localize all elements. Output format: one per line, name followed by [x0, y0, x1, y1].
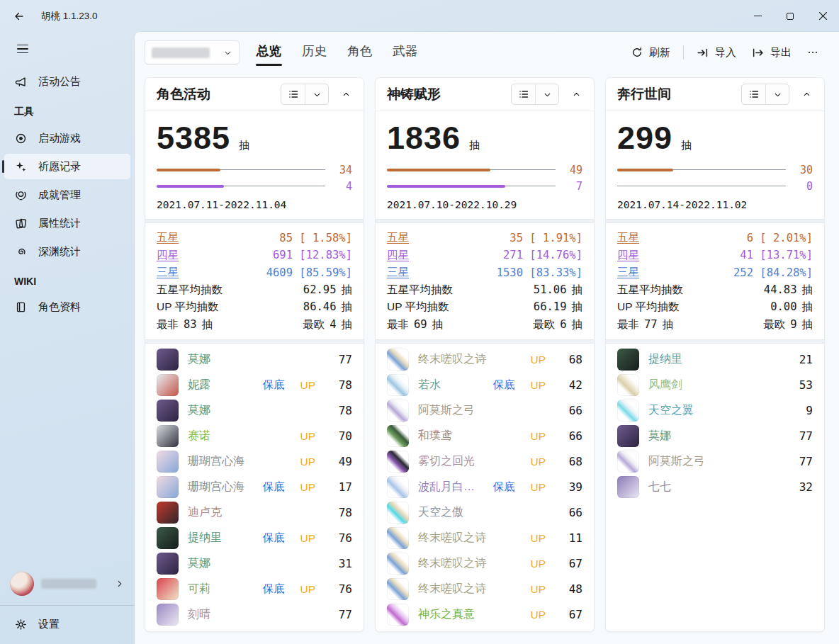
star-filter-link[interactable]: 五星 — [617, 230, 639, 245]
sidebar-item-abyss-stats[interactable]: 深渊统计 — [4, 239, 130, 264]
collapse-card-button[interactable] — [335, 84, 356, 105]
up-badge: UP — [530, 532, 546, 545]
total-pull-count: 1836 — [387, 120, 461, 156]
star-filter-link[interactable]: 三星 — [617, 265, 639, 280]
pull-unit-label: 抽 — [239, 139, 249, 152]
sidebar-section-header: 工具 — [0, 96, 135, 124]
pull-item-name: 可莉 — [188, 582, 247, 597]
star-stat-row: 三星1530 [83.33%] — [387, 264, 582, 282]
pull-count: 53 — [792, 378, 813, 392]
character-avatar — [617, 476, 639, 498]
pull-unit-label: 抽 — [802, 283, 813, 298]
pull-list-item: 终末嗟叹之诗UP68 — [387, 347, 582, 373]
sidebar-item-settings[interactable]: 设置 — [4, 609, 130, 640]
sidebar: 活动公告工具启动游戏祈愿记录成就管理属性统计深渊统计WIKI角色资料 设置 — [0, 32, 135, 644]
more-button[interactable] — [799, 40, 826, 64]
star-stat-row: 四星41 [13.71%] — [617, 247, 813, 264]
four-star-pity-bar: 4 — [157, 181, 352, 192]
user-account-row[interactable] — [4, 565, 130, 602]
pity-bar-fill — [617, 169, 673, 171]
average-value: 62.95抽 — [303, 283, 352, 298]
import-button[interactable]: 导入 — [689, 40, 744, 64]
back-button[interactable] — [7, 6, 31, 27]
pity-bar-track — [617, 169, 786, 170]
tab-characters[interactable]: 角色 — [347, 40, 373, 66]
weapon-icon — [387, 476, 409, 498]
sidebar-item-achievement[interactable]: 成就管理 — [4, 182, 130, 208]
pull-item-name: 莫娜 — [648, 429, 776, 444]
tab-history[interactable]: 历史 — [301, 40, 327, 66]
card-title: 角色活动 — [157, 85, 210, 103]
star-count-value: 35 [ 1.91%] — [509, 232, 582, 244]
pull-count: 11 — [561, 531, 582, 545]
refresh-button[interactable]: 刷新 — [624, 40, 678, 64]
weapon-icon — [387, 604, 409, 626]
tab-weapons[interactable]: 武器 — [392, 40, 418, 66]
nav-menu-button[interactable] — [10, 38, 35, 60]
sidebar-item-attribute-stats[interactable]: 属性统计 — [4, 210, 130, 236]
average-stat-row: 五星平均抽数62.95抽 — [157, 281, 352, 299]
sidebar-divider — [0, 605, 135, 606]
list-view-button[interactable] — [742, 84, 765, 104]
pull-count: 68 — [561, 455, 582, 468]
star-filter-link[interactable]: 四星 — [617, 248, 639, 263]
sidebar-item-wish-record[interactable]: 祈愿记录 — [4, 154, 130, 179]
sidebar-item-label: 活动公告 — [38, 75, 81, 89]
pull-list-item: 神乐之真意UP67 — [387, 602, 582, 628]
pull-list-item: 波乱月白经津保底UP39 — [387, 475, 582, 500]
close-button[interactable] — [806, 0, 839, 32]
date-range: 2021.07.14-2022.11.02 — [617, 199, 813, 210]
toolbar: 总览 历史 角色 武器 刷新 — [135, 32, 839, 69]
view-mode-dropdown-button[interactable] — [535, 84, 558, 104]
worst-pull-stat: 最非77抽 — [617, 317, 673, 332]
worst-pull-stat: 最非83抽 — [157, 317, 213, 332]
card-title: 奔行世间 — [617, 85, 671, 103]
list-view-button[interactable] — [281, 84, 305, 104]
up-badge: UP — [530, 558, 546, 570]
pull-item-name: 波乱月白经津 — [418, 480, 477, 495]
star-filter-link[interactable]: 五星 — [157, 230, 179, 245]
collapse-card-button[interactable] — [565, 84, 587, 105]
sidebar-item-announcement[interactable]: 活动公告 — [4, 69, 130, 94]
sidebar-item-character-wiki[interactable]: 角色资料 — [4, 294, 130, 320]
pull-count: 76 — [331, 582, 352, 596]
app-window: 胡桃 1.1.23.0 活动公告工具启动游戏祈愿记录成就管理属性统计深渊统计WI… — [0, 0, 839, 644]
view-mode-dropdown-button[interactable] — [765, 84, 789, 104]
view-mode-split-button — [281, 84, 329, 105]
pull-count: 77 — [792, 455, 813, 468]
sidebar-section-header: WIKI — [0, 266, 135, 293]
pull-list-item: 天空之傲66 — [387, 500, 582, 526]
view-mode-dropdown-button[interactable] — [305, 84, 328, 104]
tab-overview[interactable]: 总览 — [256, 40, 282, 66]
star-filter-link[interactable]: 三星 — [157, 265, 179, 280]
banner-cards: 角色活动5385抽3442021.07.11-2022.11.04五星85 [ … — [135, 69, 839, 644]
pull-list-item: 莫娜31 — [157, 551, 352, 577]
star-filter-link[interactable]: 四星 — [387, 248, 409, 263]
character-avatar — [157, 400, 179, 422]
collapse-card-button[interactable] — [796, 84, 817, 105]
sidebar-item-launch-game[interactable]: 启动游戏 — [4, 125, 130, 151]
star-filter-link[interactable]: 四星 — [157, 248, 179, 263]
pull-item-name: 天空之傲 — [418, 505, 546, 520]
list-view-button[interactable] — [512, 84, 535, 104]
pull-list-item: 终末嗟叹之诗UP11 — [387, 526, 582, 551]
star-filter-link[interactable]: 五星 — [387, 230, 409, 245]
average-number: 51.06 — [534, 283, 567, 296]
toolbar-actions: 刷新 导入 导出 — [624, 40, 826, 64]
date-range: 2021.07.11-2022.11.04 — [157, 199, 352, 210]
pull-count: 66 — [561, 404, 582, 417]
average-stat-row: UP 平均抽数66.19抽 — [387, 299, 582, 317]
total-pulls: 5385抽 — [157, 120, 352, 156]
minimize-button[interactable] — [741, 0, 774, 32]
up-badge: UP — [300, 583, 315, 596]
five-star-pull-list: 提纳里21风鹰剑53天空之翼9莫娜77阿莫斯之弓77七七32 — [606, 344, 824, 632]
average-number: 66.19 — [534, 300, 567, 313]
average-stat-row: UP 平均抽数0.00抽 — [617, 299, 813, 317]
uid-selector[interactable] — [145, 40, 240, 64]
export-button[interactable]: 导出 — [744, 40, 799, 64]
character-avatar — [617, 349, 639, 371]
up-badge: UP — [300, 379, 315, 392]
total-pulls: 1836抽 — [387, 120, 582, 156]
maximize-button[interactable] — [774, 0, 806, 32]
star-filter-link[interactable]: 三星 — [387, 265, 409, 280]
